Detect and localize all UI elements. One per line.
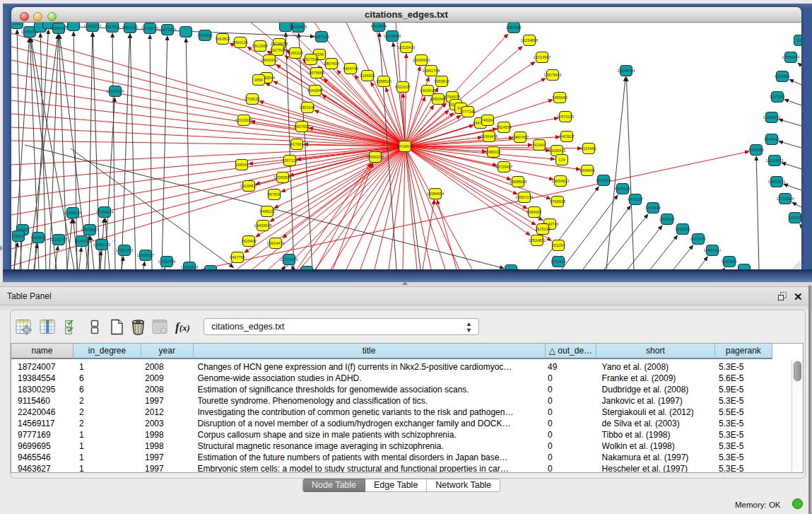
svg-text:10688609: 10688609	[510, 180, 527, 184]
svg-text:8215955: 8215955	[748, 148, 764, 152]
svg-text:10973493: 10973493	[544, 73, 562, 77]
svg-text:1527602: 1527602	[105, 25, 120, 29]
svg-text:2718120: 2718120	[245, 97, 260, 101]
svg-text:1111: 1111	[796, 38, 801, 42]
svg-text:19166827: 19166827	[240, 184, 258, 188]
svg-text:9115460: 9115460	[581, 146, 596, 151]
svg-text:2015: 2015	[13, 23, 21, 25]
svg-text:1733426: 1733426	[551, 259, 566, 264]
svg-text:10654112: 10654112	[704, 248, 721, 252]
svg-text:16640910: 16640910	[413, 58, 430, 62]
svg-text:9084067: 9084067	[526, 210, 542, 214]
svg-text:19654923: 19654923	[552, 179, 570, 183]
svg-text:417004: 417004	[290, 142, 304, 146]
svg-text:18907249: 18907249	[516, 195, 534, 199]
svg-text:17957255: 17957255	[116, 248, 134, 252]
svg-text:134: 134	[558, 158, 565, 162]
svg-text:62160: 62160	[534, 143, 545, 147]
svg-text:8813054: 8813054	[371, 24, 387, 28]
svg-text:10671355: 10671355	[159, 28, 177, 32]
svg-text:8427552: 8427552	[294, 124, 310, 129]
svg-text:9777169: 9777169	[460, 110, 476, 114]
svg-text:196549: 196549	[235, 163, 249, 167]
svg-text:18300295: 18300295	[367, 155, 384, 159]
svg-text:9245652: 9245652	[722, 259, 737, 264]
svg-text:8675685: 8675685	[309, 71, 324, 75]
svg-text:17359934: 17359934	[96, 210, 114, 214]
svg-text:16782759: 16782759	[158, 259, 176, 264]
svg-text:9699695: 9699695	[579, 168, 595, 173]
svg-text:12242757: 12242757	[50, 238, 68, 242]
svg-text:6794078: 6794078	[445, 95, 460, 99]
svg-text:8990448: 8990448	[430, 97, 446, 101]
svg-text:10807487: 10807487	[512, 135, 529, 139]
svg-text:8660123: 8660123	[233, 40, 248, 45]
svg-text:12505135: 12505135	[93, 243, 111, 247]
svg-text:10975887: 10975887	[81, 228, 99, 232]
svg-text:1156829: 1156829	[30, 235, 45, 240]
svg-text:7485063: 7485063	[552, 95, 567, 100]
svg-text:8912954: 8912954	[252, 44, 268, 48]
svg-text:2867608: 2867608	[324, 62, 339, 66]
svg-text:12323448: 12323448	[181, 265, 199, 269]
svg-text:10719155: 10719155	[141, 26, 159, 30]
svg-text:8756928: 8756928	[550, 199, 565, 204]
svg-text:116753: 116753	[789, 216, 801, 220]
svg-text:19218506: 19218506	[384, 34, 401, 38]
svg-text:18543362: 18543362	[261, 58, 278, 62]
svg-text:12213369: 12213369	[235, 118, 253, 122]
svg-text:9227343: 9227343	[770, 95, 785, 99]
svg-text:8454749: 8454749	[343, 66, 358, 71]
svg-text:1362615: 1362615	[420, 88, 435, 93]
svg-text:7986322: 7986322	[486, 150, 501, 154]
svg-text:17016504: 17016504	[777, 197, 794, 201]
svg-text:13325419: 13325419	[398, 45, 416, 49]
svg-text:2803144: 2803144	[300, 105, 315, 110]
svg-text:7955812: 7955812	[434, 79, 449, 83]
svg-text:10958107: 10958107	[137, 253, 155, 257]
svg-text:13524851: 13524851	[529, 238, 546, 243]
svg-text:3267110: 3267110	[282, 158, 297, 163]
svg-text:9474444: 9474444	[645, 206, 661, 210]
svg-text:114519: 114519	[76, 239, 88, 243]
svg-text:20206535: 20206535	[64, 211, 82, 215]
svg-text:16154808: 16154808	[521, 38, 539, 42]
svg-text:2935114: 2935114	[659, 217, 674, 221]
svg-text:10653257: 10653257	[84, 24, 102, 28]
svg-text:9457791: 9457791	[230, 255, 245, 259]
svg-text:1615132: 1615132	[535, 227, 551, 231]
svg-text:3824554: 3824554	[496, 125, 512, 129]
svg-text:9329966: 9329966	[775, 74, 790, 78]
svg-text:16409948: 16409948	[254, 223, 272, 228]
svg-text:746266: 746266	[481, 118, 495, 122]
svg-text:8938928: 8938928	[615, 187, 630, 191]
svg-text:15716465: 15716465	[281, 257, 298, 262]
svg-text:6479197: 6479197	[628, 197, 643, 201]
svg-text:16033809: 16033809	[290, 25, 307, 29]
svg-text:8186328: 8186328	[288, 51, 303, 55]
svg-text:857834: 857834	[268, 192, 281, 197]
svg-text:7663822: 7663822	[215, 37, 230, 41]
svg-text:9463627: 9463627	[559, 134, 575, 139]
svg-text:252254: 252254	[552, 243, 565, 247]
svg-text:9146821: 9146821	[360, 74, 375, 78]
svg-text:8322037: 8322037	[395, 85, 411, 89]
svg-text:6466160: 6466160	[122, 25, 138, 30]
svg-text:18724007: 18724007	[396, 144, 414, 148]
svg-text:8471676: 8471676	[690, 237, 706, 241]
svg-text:12353594: 12353594	[274, 175, 292, 180]
svg-text:9327503: 9327503	[270, 48, 286, 52]
svg-text:16914479: 16914479	[267, 241, 285, 245]
svg-text:39154: 39154	[13, 234, 24, 238]
svg-text:20053346: 20053346	[107, 89, 124, 93]
svg-text:10025433: 10025433	[548, 148, 566, 153]
svg-text:7632621: 7632621	[675, 227, 690, 231]
svg-text:14136141: 14136141	[502, 268, 520, 269]
svg-text:1244415: 1244415	[764, 137, 779, 141]
svg-text:9890: 9890	[254, 78, 263, 82]
svg-text:16648784: 16648784	[618, 69, 635, 73]
svg-text:12093872: 12093872	[763, 115, 781, 119]
svg-text:2087682: 2087682	[506, 25, 522, 30]
svg-text:3498222: 3498222	[259, 209, 275, 214]
svg-text:19384554: 19384554	[427, 192, 445, 196]
